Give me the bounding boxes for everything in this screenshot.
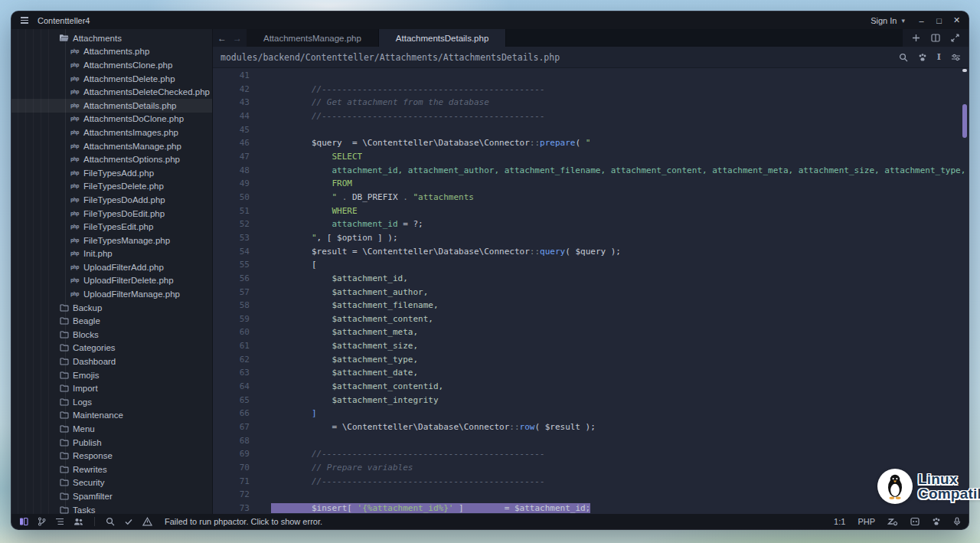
code-line[interactable]: 61 $attachment_size, (213, 339, 969, 353)
sidebar-item-folder[interactable]: Dashboard (11, 355, 212, 368)
sidebar-item-file[interactable]: phpAttachmentsDetails.php (11, 99, 212, 113)
git-branch-icon[interactable] (38, 517, 46, 526)
project-panel-icon[interactable] (19, 517, 28, 526)
sidebar-item-file[interactable]: phpAttachmentsManage.php (11, 139, 212, 153)
sidebar-item-file[interactable]: phpFileTypesEdit.php (11, 220, 212, 234)
sidebar-item-folder[interactable]: Beagle (11, 314, 212, 328)
code-line[interactable]: 57 $attachment_author, (213, 286, 969, 299)
sidebar-item-file[interactable]: phpAttachmentsOptions.php (11, 152, 212, 166)
code-line[interactable]: 44 //-----------------------------------… (213, 110, 969, 123)
diagnostics-check-icon[interactable] (124, 517, 133, 526)
code-line[interactable]: 51 WHERE (213, 204, 969, 218)
scrollbar-thumb[interactable] (962, 104, 967, 138)
sidebar-item-folder[interactable]: Security (11, 476, 212, 490)
expand-pane-icon[interactable] (951, 34, 959, 42)
code-line[interactable]: 48 attachment_id, attachment_author, att… (213, 164, 969, 178)
sidebar-item-file[interactable]: phpAttachments.php (11, 45, 212, 59)
code-line[interactable]: 43 // Get attachment from the database (213, 96, 969, 110)
cursor-position[interactable]: 1:1 (834, 517, 845, 526)
code-line[interactable]: 47 SELECT (213, 150, 969, 164)
microphone-icon[interactable] (953, 517, 961, 526)
split-pane-icon[interactable] (931, 34, 940, 42)
code-line[interactable]: 64 $attachment_contentid, (213, 380, 969, 394)
sidebar-item-file[interactable]: phpInit.php (11, 247, 212, 261)
close-button[interactable]: ✕ (948, 11, 965, 29)
code-line[interactable]: 55 [ (213, 258, 969, 272)
maximize-button[interactable]: □ (930, 11, 948, 29)
code-line[interactable]: 52 attachment_id = ?; (213, 218, 969, 231)
sign-in-button[interactable]: Sign In (863, 16, 900, 25)
sidebar-item-folder[interactable]: Spamfilter (11, 489, 212, 503)
sidebar-item-folder[interactable]: Response (11, 449, 212, 463)
sidebar-item-file[interactable]: phpAttachmentsDelete.php (11, 72, 212, 86)
sidebar-item-folder[interactable]: Logs (11, 395, 212, 409)
code-line[interactable]: 71 //-----------------------------------… (213, 475, 969, 489)
sidebar-item-folder[interactable]: Tasks (11, 503, 212, 514)
sidebar-item-folder[interactable]: Emojis (11, 368, 212, 382)
lsp-error-message[interactable]: Failed to run phpactor. Click to show er… (165, 517, 322, 526)
sidebar-item-folder[interactable]: Backup (11, 301, 212, 315)
menu-icon[interactable] (11, 17, 31, 23)
sidebar-item-file[interactable]: phpFileTypesDelete.php (11, 180, 212, 194)
code-line[interactable]: 68 (213, 434, 969, 448)
tab[interactable]: AttachmentsManage.php (247, 29, 379, 47)
sidebar-item-file[interactable]: phpFileTypesManage.php (11, 234, 212, 247)
code-line[interactable]: 46 $query = \Contentteller\Database\Conn… (213, 136, 969, 150)
code-line[interactable]: 62 $attachment_type, (213, 353, 969, 367)
sidebar-item-file[interactable]: phpUploadFilterDelete.php (11, 274, 212, 288)
minimize-button[interactable]: – (913, 11, 930, 29)
chevron-down-icon[interactable]: ▾ (900, 17, 913, 25)
project-panel[interactable]: AttachmentsphpAttachments.phpphpAttachme… (11, 29, 213, 514)
code-line[interactable]: 73 $insert[ '{%attachment_id%}' ] = $att… (213, 502, 969, 514)
sidebar-item-folder[interactable]: Publish (11, 436, 212, 450)
sidebar-item-folder[interactable]: Rewrites (11, 463, 212, 476)
collab-icon[interactable] (74, 517, 83, 526)
tab-active[interactable]: AttachmentsDetails.php (379, 29, 506, 47)
editor-scrollbar[interactable] (962, 68, 968, 514)
new-tab-icon[interactable] (912, 34, 920, 42)
sidebar-item-folder[interactable]: Import (11, 381, 212, 395)
code-line[interactable]: 45 (213, 123, 969, 137)
editor-controls-icon[interactable] (951, 53, 961, 62)
warning-icon[interactable] (142, 517, 152, 526)
sidebar-item-file[interactable]: phpFileTypesDoAdd.php (11, 193, 212, 207)
copilot-icon[interactable] (910, 517, 920, 526)
code-line[interactable]: 60 $attachment_meta, (213, 325, 969, 339)
language-server-icon[interactable] (887, 517, 898, 526)
sidebar-item-file[interactable]: phpAttachmentsDeleteChecked.php (11, 85, 212, 99)
nav-back-icon[interactable]: ← (217, 34, 227, 43)
sidebar-item-folder[interactable]: Categories (11, 342, 212, 355)
code-line[interactable]: 42 //-----------------------------------… (213, 83, 969, 96)
code-line[interactable]: 63 $attachment_date, (213, 366, 969, 380)
sidebar-item-folder[interactable]: Attachments (11, 31, 212, 45)
code-line[interactable]: 50 " . DB_PREFIX . "attachments (213, 191, 969, 204)
code-line[interactable]: 66 ] (213, 407, 969, 420)
code-line[interactable]: 58 $attachment_filename, (213, 299, 969, 312)
sidebar-item-file[interactable]: phpFileTypesAdd.php (11, 166, 212, 180)
sidebar-item-folder[interactable]: Maintenance (11, 409, 212, 423)
sidebar-item-folder[interactable]: Blocks (11, 328, 212, 342)
language-indicator[interactable]: PHP (858, 517, 875, 526)
sidebar-item-file[interactable]: phpUploadFilterAdd.php (11, 260, 212, 274)
code-line[interactable]: 41 (213, 69, 969, 83)
sidebar-item-file[interactable]: phpFileTypesDoEdit.php (11, 207, 212, 221)
code-line[interactable]: 67 = \Contentteller\Database\Connector::… (213, 420, 969, 434)
sidebar-item-file[interactable]: phpAttachmentsImages.php (11, 126, 212, 139)
code-editor[interactable]: 4142 //---------------------------------… (213, 68, 969, 514)
sidebar-item-file[interactable]: phpAttachmentsDoClone.php (11, 113, 212, 126)
sidebar-item-file[interactable]: phpAttachmentsClone.php (11, 58, 212, 72)
search-icon[interactable] (899, 53, 908, 62)
assistant-paw-icon[interactable] (918, 53, 927, 62)
breadcrumb[interactable]: modules/backend/Contentteller/Attachment… (220, 52, 560, 63)
search-icon[interactable] (106, 517, 115, 526)
sidebar-item-file[interactable]: phpUploadFilterManage.php (11, 287, 212, 301)
code-line[interactable]: 69 //-----------------------------------… (213, 447, 969, 461)
code-line[interactable]: 59 $attachment_content, (213, 312, 969, 326)
code-line[interactable]: 53 ", [ $option ] ); (213, 231, 969, 245)
code-line[interactable]: 72 (213, 488, 969, 502)
code-line[interactable]: 56 $attachment_id, (213, 272, 969, 286)
nav-forward-icon[interactable]: → (233, 34, 242, 43)
code-line[interactable]: 70 // Prepare variables (213, 461, 969, 475)
code-line[interactable]: 65 $attachment_integrity (213, 394, 969, 407)
inlay-hints-icon[interactable]: I (937, 52, 941, 62)
